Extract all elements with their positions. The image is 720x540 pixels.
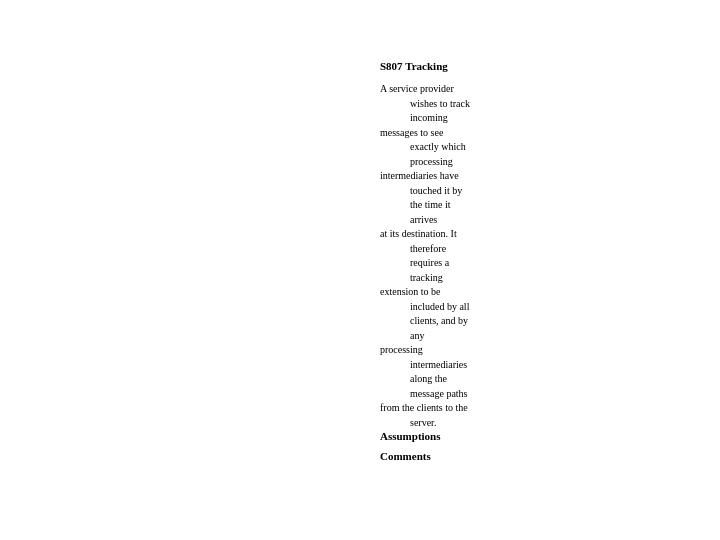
tracking-title: S807 Tracking: [380, 60, 680, 72]
tracking-line-13: requires a: [380, 256, 680, 271]
tracking-line-7: intermediaries have: [380, 170, 459, 181]
tracking-line-24: server.: [380, 416, 680, 431]
tracking-line-5: exactly which: [380, 140, 680, 155]
tracking-line-17: clients, and by: [380, 314, 680, 329]
tracking-line-3: incoming: [380, 111, 680, 126]
tracking-line-15: extension to be: [380, 286, 441, 297]
comments-label: Comments: [380, 450, 441, 462]
tracking-line-19: processing: [380, 344, 423, 355]
tracking-line-18: any: [380, 329, 680, 344]
tracking-line-21: along the: [380, 372, 680, 387]
tracking-line-22: message paths: [380, 387, 680, 402]
bottom-section: Assumptions Comments: [380, 430, 441, 462]
page-container: S807 Tracking A service provider wishes …: [0, 0, 720, 540]
tracking-line-4: messages to see: [380, 127, 443, 138]
tracking-line-11: at its destination. It: [380, 228, 457, 239]
tracking-line-20: intermediaries: [380, 358, 680, 373]
tracking-line-2: wishes to track: [380, 97, 680, 112]
tracking-body: A service provider wishes to track incom…: [380, 82, 680, 430]
tracking-line-14: tracking: [380, 271, 680, 286]
tracking-line-10: arrives: [380, 213, 680, 228]
tracking-section: S807 Tracking A service provider wishes …: [380, 60, 680, 430]
tracking-line-12: therefore: [380, 242, 680, 257]
tracking-line-6: processing: [380, 155, 680, 170]
tracking-line-16: included by all: [380, 300, 680, 315]
tracking-line-1: A service provider: [380, 83, 454, 94]
tracking-line-8: touched it by: [380, 184, 680, 199]
assumptions-label: Assumptions: [380, 430, 441, 442]
tracking-line-23: from the clients to the: [380, 402, 468, 413]
tracking-line-9: the time it: [380, 198, 680, 213]
